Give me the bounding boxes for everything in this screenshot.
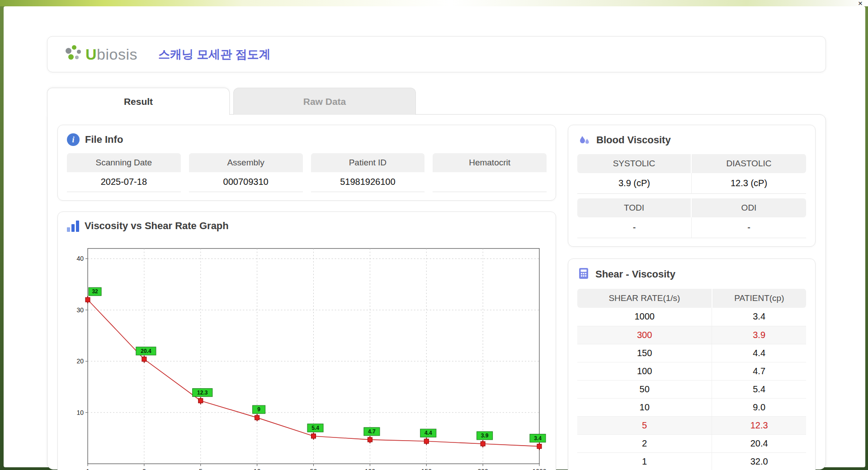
diastolic-value: 12.3 (cP): [692, 173, 806, 194]
svg-text:1: 1: [86, 468, 90, 470]
patient-cell: 5.4: [712, 380, 806, 398]
blood-viscosity-card: Blood Viscosity SYSTOLIC DIASTOLIC 3.9 (…: [568, 125, 816, 247]
patient-cell: 4.4: [712, 344, 806, 362]
svg-text:12.3: 12.3: [197, 390, 208, 396]
patient-cell: 3.9: [712, 326, 806, 344]
svg-text:300: 300: [477, 468, 488, 470]
result-panel: i File Info Scanning Date 2025-07-18 Ass…: [47, 114, 826, 470]
svg-text:4.4: 4.4: [425, 430, 432, 436]
svg-text:3.9: 3.9: [481, 432, 489, 439]
svg-text:20.4: 20.4: [141, 348, 151, 354]
shear-cell: 150: [577, 344, 712, 362]
svg-text:10: 10: [254, 468, 261, 470]
table-row: 109.0: [577, 398, 806, 416]
app-window: Ubiosis 스캐닝 모세관 점도계 Result Raw Data i Fi…: [4, 6, 865, 467]
svg-text:20: 20: [76, 357, 84, 365]
shear-cell: 1000: [577, 308, 712, 326]
odi-value: -: [692, 217, 806, 238]
window-title-strip: [0, 0, 868, 6]
ubiosis-logo-icon: [65, 44, 83, 64]
info-icon: i: [67, 133, 80, 146]
shear-cell: 1: [577, 452, 712, 470]
col-patient: PATIENT(cp): [712, 289, 806, 308]
tab-raw-data[interactable]: Raw Data: [233, 88, 416, 115]
field-label: Hematocrit: [433, 153, 547, 172]
svg-text:32: 32: [92, 288, 98, 295]
table-row: 220.4: [577, 434, 806, 452]
shear-cell: 5: [577, 416, 712, 434]
col-shear-rate: SHEAR RATE(1/s): [577, 289, 712, 308]
table-row: 512.3: [577, 416, 806, 434]
svg-text:3.4: 3.4: [534, 435, 542, 442]
shear-viscosity-title: Shear - Viscosity: [595, 268, 675, 280]
shear-cell: 2: [577, 434, 712, 452]
file-info-title: File Info: [85, 134, 123, 146]
svg-text:10: 10: [76, 409, 84, 416]
field-hematocrit: Hematocrit: [433, 153, 547, 192]
graph-title: Viscosity vs Shear Rate Graph: [85, 220, 229, 232]
odi-header: ODI: [692, 198, 806, 217]
svg-text:4.7: 4.7: [368, 428, 376, 435]
shear-viscosity-table: SHEAR RATE(1/s) PATIENT(cp) 10003.4 3003…: [577, 289, 806, 470]
table-row: 1004.7: [577, 362, 806, 380]
patient-cell: 3.4: [712, 308, 806, 326]
shear-cell: 100: [577, 362, 712, 380]
table-row: 3003.9: [577, 326, 806, 344]
app-title: 스캐닝 모세관 점도계: [158, 47, 270, 62]
field-label: Scanning Date: [67, 153, 181, 172]
field-scanning-date: Scanning Date 2025-07-18: [67, 153, 181, 192]
field-label: Patient ID: [311, 153, 425, 172]
brand-name: Ubiosis: [85, 46, 137, 63]
todi-header: TODI: [577, 198, 692, 217]
svg-text:150: 150: [421, 468, 432, 470]
tab-result[interactable]: Result: [47, 88, 230, 115]
droplet-icon: [577, 133, 591, 147]
svg-text:2: 2: [142, 468, 146, 470]
graph-card: Viscosity vs Shear Rate Graph 1020304012…: [57, 212, 556, 470]
viscosity-shear-chart: 10203040125105010015030010003220.412.395…: [67, 239, 547, 470]
patient-cell: 32.0: [712, 452, 806, 470]
blood-viscosity-title: Blood Viscosity: [596, 134, 671, 146]
shear-viscosity-card: Shear - Viscosity SHEAR RATE(1/s) PATIEN…: [568, 258, 816, 470]
field-label: Assembly: [189, 153, 303, 172]
field-value: 2025-07-18: [67, 172, 181, 192]
table-row: 132.0: [577, 452, 806, 470]
file-info-card: i File Info Scanning Date 2025-07-18 Ass…: [57, 125, 556, 201]
systolic-header: SYSTOLIC: [577, 154, 692, 173]
todi-value: -: [577, 217, 692, 238]
shear-cell: 50: [577, 380, 712, 398]
field-patient-id: Patient ID 51981926100: [311, 153, 425, 192]
field-value: 000709310: [189, 172, 303, 192]
shear-cell: 300: [577, 326, 712, 344]
field-assembly: Assembly 000709310: [189, 153, 303, 192]
diastolic-header: DIASTOLIC: [692, 154, 806, 173]
table-row: 505.4: [577, 380, 806, 398]
patient-cell: 20.4: [712, 434, 806, 452]
patient-cell: 12.3: [712, 416, 806, 434]
svg-text:30: 30: [76, 306, 84, 314]
svg-text:5: 5: [199, 468, 203, 470]
svg-text:40: 40: [76, 255, 84, 262]
field-value: [433, 172, 547, 192]
calculator-icon: [577, 267, 590, 282]
field-value: 51981926100: [311, 172, 425, 192]
svg-text:50: 50: [310, 468, 317, 470]
svg-text:1000: 1000: [532, 468, 546, 470]
table-row: 1504.4: [577, 344, 806, 362]
ubiosis-logo: Ubiosis: [65, 44, 137, 64]
svg-text:5.4: 5.4: [311, 425, 319, 431]
window-close-button[interactable]: ×: [855, 0, 865, 7]
systolic-value: 3.9 (cP): [577, 173, 692, 194]
patient-cell: 4.7: [712, 362, 806, 380]
svg-text:100: 100: [365, 468, 376, 470]
svg-text:9: 9: [257, 406, 260, 413]
table-row: 10003.4: [577, 308, 806, 326]
bar-chart-icon: [67, 220, 79, 232]
patient-cell: 9.0: [712, 398, 806, 416]
shear-cell: 10: [577, 398, 712, 416]
app-header: Ubiosis 스캐닝 모세관 점도계: [47, 36, 826, 72]
tab-bar: Result Raw Data: [47, 88, 416, 115]
